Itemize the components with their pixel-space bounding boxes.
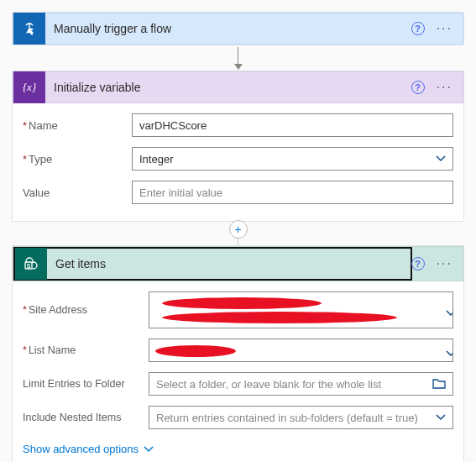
svg-text:S: S	[27, 263, 31, 269]
get-items-card: S Get items ? ··· *Site Address	[12, 245, 464, 462]
chevron-down-icon	[436, 155, 446, 162]
limit-folder-input[interactable]: Select a folder, or leave blank for the …	[149, 372, 453, 396]
chevron-down-icon	[144, 446, 154, 453]
initialize-variable-title: Initialize variable	[45, 81, 411, 94]
limit-folder-label: Limit Entries to Folder	[23, 378, 149, 390]
more-menu-button[interactable]: ···	[433, 21, 456, 36]
site-address-label: *Site Address	[23, 304, 149, 316]
type-label: *Type	[23, 153, 132, 165]
more-menu-button[interactable]: ···	[433, 80, 456, 95]
trigger-card: Manually trigger a flow ? ···	[12, 12, 464, 45]
tap-icon	[13, 13, 45, 45]
sharepoint-icon: S	[15, 248, 47, 280]
type-select[interactable]: Integer	[132, 147, 453, 171]
trigger-title: Manually trigger a flow	[45, 22, 411, 35]
add-action-button[interactable]: +	[229, 220, 248, 239]
include-nested-select[interactable]: Return entries contained in sub-folders …	[149, 406, 453, 429]
get-items-header[interactable]: S Get items ? ···	[13, 246, 463, 281]
get-items-title: Get items	[47, 257, 411, 270]
folder-icon[interactable]	[432, 378, 446, 390]
help-icon[interactable]: ?	[411, 81, 425, 94]
help-icon[interactable]: ?	[411, 22, 425, 35]
help-icon[interactable]: ?	[411, 257, 425, 270]
value-label: Value	[23, 186, 132, 199]
list-name-select[interactable]	[149, 339, 453, 362]
more-menu-button[interactable]: ···	[433, 256, 456, 271]
include-nested-label: Include Nested Items	[23, 412, 149, 423]
svg-point-5	[162, 297, 322, 309]
connector: +	[12, 222, 464, 245]
connector-arrow	[12, 45, 464, 71]
svg-point-7	[155, 345, 236, 357]
list-name-label: *List Name	[23, 344, 149, 356]
value-input[interactable]: Enter initial value	[132, 181, 453, 204]
site-address-select[interactable]	[149, 291, 453, 328]
trigger-header[interactable]: Manually trigger a flow ? ···	[13, 13, 463, 45]
get-items-body: *Site Address *List Name	[13, 281, 463, 462]
initialize-variable-card: {x} Initialize variable ? ··· *Name varD…	[12, 71, 464, 222]
variable-icon: {x}	[13, 71, 45, 103]
name-input[interactable]: varDHCScore	[132, 113, 453, 137]
svg-point-6	[162, 312, 397, 323]
name-label: *Name	[23, 119, 132, 132]
show-advanced-options-link[interactable]: Show advanced options	[23, 434, 154, 459]
svg-text:{x}: {x}	[23, 81, 37, 93]
initialize-variable-header[interactable]: {x} Initialize variable ? ···	[13, 71, 463, 103]
initialize-variable-body: *Name varDHCScore *Type Integer Value En…	[13, 103, 463, 221]
chevron-down-icon	[436, 414, 446, 421]
